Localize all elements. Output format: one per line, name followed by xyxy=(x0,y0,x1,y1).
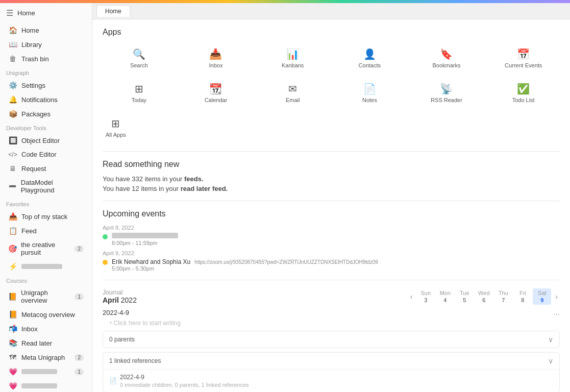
cal-day-fri[interactable]: Fri 8 xyxy=(513,288,532,305)
content-area: Apps 🔍 Search 📥 Inbox 📊 Kanbans xyxy=(92,19,570,392)
sidebar-blurred1[interactable]: ⚡ xyxy=(2,260,90,273)
upcoming-events-section: Upcoming events April 8, 2022 8:00pm - 1… xyxy=(103,209,560,272)
app-contacts[interactable]: 👤 Contacts xyxy=(333,43,406,74)
sidebar-object-editor[interactable]: 🔲 Object Editor xyxy=(2,134,90,147)
cal-fri-name: Fri xyxy=(519,290,526,296)
app-inbox[interactable]: 📥 Inbox xyxy=(180,43,253,74)
sidebar-item-label: Request xyxy=(21,165,46,173)
sidebar-item-label: Object Editor xyxy=(21,137,60,144)
meta-unigraph-badge: 2 xyxy=(75,354,84,361)
app-all-apps[interactable]: ⊞ All Apps xyxy=(103,112,129,143)
event-1-time: 8:00pm - 11:59pm xyxy=(112,240,178,246)
cal-day-wed[interactable]: Wed 6 xyxy=(475,288,493,305)
linked-refs-header[interactable]: 1 linked references ∨ xyxy=(103,353,559,369)
top-of-stack-icon: 📥 xyxy=(8,212,17,220)
event-2-link[interactable]: https://zoom.us/j/93520870455?pwd=ZWZRTl… xyxy=(194,259,378,265)
meta-unigraph-icon: 🗺 xyxy=(8,353,17,361)
bookmarks-app-icon: 🔖 xyxy=(440,48,453,60)
all-apps-label: All Apps xyxy=(106,132,126,138)
sidebar-blurred3[interactable]: 💗 xyxy=(2,379,90,392)
home-tab[interactable]: Home xyxy=(96,5,130,17)
sidebar-item-label: Code Editor xyxy=(21,151,57,158)
cal-day-tue[interactable]: Tue 5 xyxy=(455,288,474,305)
app-notes[interactable]: 📄 Notes xyxy=(333,78,406,108)
blurred1-icon: ⚡ xyxy=(8,262,17,271)
feed-icon: 📋 xyxy=(8,227,17,235)
calendar-prev-button[interactable]: ‹ xyxy=(408,291,415,302)
linked-ref-file-icon: 📄 xyxy=(109,377,117,384)
read-line1-bold: feeds. xyxy=(184,175,204,183)
app-bookmarks[interactable]: 🔖 Bookmarks xyxy=(410,43,483,74)
settings-icon: ⚙️ xyxy=(8,81,17,89)
sidebar-item-label: Notifications xyxy=(21,96,58,104)
devtools-section-label: Developer Tools xyxy=(0,121,92,133)
unigraph-section-label: Unigraph xyxy=(0,66,92,78)
app-rss-reader[interactable]: 📡 RSS Reader xyxy=(410,78,483,108)
blurred3-icon: 💗 xyxy=(8,382,17,390)
rss-reader-app-icon: 📡 xyxy=(440,83,453,95)
sidebar-unigraph-overview[interactable]: 📙 Unigraph overview 1 xyxy=(2,286,90,307)
app-calendar[interactable]: 📆 Calendar xyxy=(180,78,253,108)
linked-ref-title[interactable]: 2022-4-9 xyxy=(120,374,249,381)
apps-title: Apps xyxy=(103,28,560,37)
sidebar-settings[interactable]: ⚙️ Settings xyxy=(2,79,90,92)
creative-pursuit-icon: 🎯 xyxy=(8,244,17,253)
sidebar-item-label: Home xyxy=(21,27,39,34)
sidebar-code-editor[interactable]: </> Code Editor xyxy=(2,148,90,161)
sidebar-header: ☰ Home xyxy=(0,3,92,23)
sidebar-packages[interactable]: 📦 Packages xyxy=(2,107,90,120)
app-search[interactable]: 🔍 Search xyxy=(103,43,176,74)
sidebar-item-label xyxy=(21,264,62,269)
sidebar-creative-pursuit[interactable]: 🎯 the creative pursuit 2 xyxy=(2,238,90,259)
linked-refs-collapse-icon: ∨ xyxy=(548,357,553,365)
calendar-next-button[interactable]: › xyxy=(553,291,560,302)
sidebar-inbox[interactable]: 📬 Inbox xyxy=(2,322,90,335)
app-email[interactable]: ✉ Email xyxy=(256,78,329,108)
cal-day-sun[interactable]: Sun 3 xyxy=(416,288,435,305)
rss-reader-app-label: RSS Reader xyxy=(431,97,462,103)
cal-day-thu[interactable]: Thu 7 xyxy=(494,288,512,305)
cal-tue-num: 5 xyxy=(463,297,466,303)
cal-thu-name: Thu xyxy=(499,290,508,296)
divider2 xyxy=(103,201,560,201)
sidebar-nav-library[interactable]: 📖 Library xyxy=(2,38,90,51)
sidebar-blurred2[interactable]: 💗 1 xyxy=(2,365,90,378)
journal-header: Journal April 2022 ‹ Sun 3 xyxy=(103,288,560,305)
todo-list-app-icon: ✅ xyxy=(517,83,530,95)
linked-refs-collapsible: 1 linked references ∨ 📄 2022-4-9 0 immed… xyxy=(103,352,560,392)
event-2-time: 5:00pm - 5:30pm xyxy=(112,265,378,272)
journal-more-button[interactable]: ⋯ xyxy=(553,310,560,318)
cal-day-sat[interactable]: Sat 9 xyxy=(533,288,551,305)
journal-write-hint[interactable]: Click here to start writing xyxy=(103,320,560,327)
hamburger-icon[interactable]: ☰ xyxy=(6,8,13,18)
kanbans-app-icon: 📊 xyxy=(286,48,299,60)
linked-ref-details: 2022-4-9 0 immediate children, 0 parents… xyxy=(120,374,249,388)
upcoming-events-title: Upcoming events xyxy=(103,209,560,218)
sidebar-datamodel[interactable]: ➖ DataModel Playground xyxy=(2,176,90,197)
sidebar-metacog-overview[interactable]: 📙 Metacog overview xyxy=(2,308,90,321)
unigraph-overview-badge: 1 xyxy=(75,293,84,300)
read-section: Read something new You have 332 items in… xyxy=(103,160,560,192)
app-kanbans[interactable]: 📊 Kanbans xyxy=(256,43,329,74)
app-todo-list[interactable]: ✅ Todo List xyxy=(487,78,560,108)
sidebar-nav-trash[interactable]: 🗑 Trash bin xyxy=(2,52,90,65)
journal-label: Journal xyxy=(103,289,137,296)
todo-list-app-label: Todo List xyxy=(512,97,535,103)
app-today[interactable]: ⊞ Today xyxy=(103,78,176,108)
favorites-section-label: Favorites xyxy=(0,197,92,209)
sidebar-notifications[interactable]: 🔔 Notifications xyxy=(2,93,90,106)
cal-day-mon[interactable]: Mon 4 xyxy=(436,288,454,305)
sidebar-feed[interactable]: 📋 Feed xyxy=(2,224,90,237)
sidebar-item-label: Unigraph overview xyxy=(21,289,70,304)
sidebar-meta-unigraph[interactable]: 🗺 Meta Unigraph 2 xyxy=(2,351,90,364)
sidebar-read-later[interactable]: 📚 Read later xyxy=(2,336,90,350)
courses-section-label: Courses xyxy=(0,274,92,286)
journal-title-area: Journal April 2022 xyxy=(103,289,137,304)
tab-bar: Home xyxy=(92,3,570,19)
cal-thu-num: 7 xyxy=(502,297,505,303)
sidebar-top-of-stack[interactable]: 📥 Top of my stack xyxy=(2,210,90,223)
app-current-events[interactable]: 📅 Current Events xyxy=(487,43,560,74)
parents-header[interactable]: 0 parents ∨ xyxy=(103,331,559,348)
sidebar-request[interactable]: 🖥 Request xyxy=(2,162,90,175)
sidebar-nav-home[interactable]: 🏠 Home xyxy=(2,23,90,37)
